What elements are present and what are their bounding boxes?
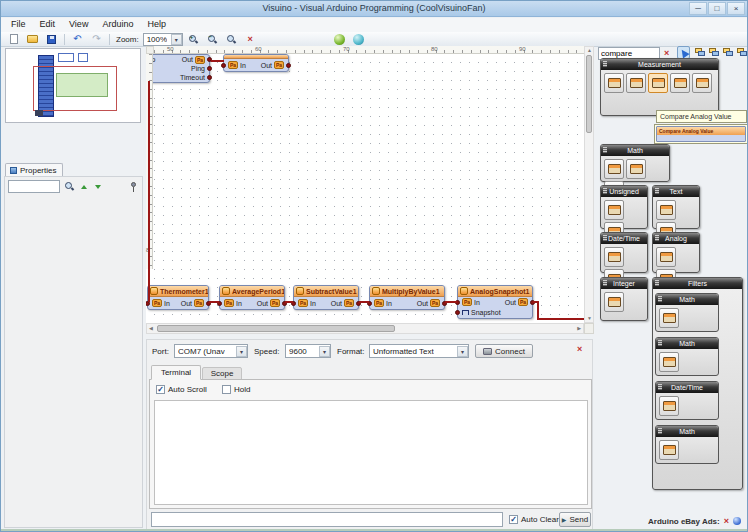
checkbox-unchecked-icon[interactable] [222, 385, 231, 394]
scroll-down-icon[interactable]: ▼ [587, 316, 592, 321]
menu-arduino[interactable]: Arduino [95, 18, 140, 32]
wire-segment[interactable] [209, 301, 219, 303]
sort-ascending-button[interactable] [77, 180, 90, 193]
component-icon[interactable] [670, 73, 690, 93]
dropdown-arrow-icon[interactable]: ▾ [236, 346, 247, 357]
terminal-output[interactable] [154, 400, 588, 505]
component-icon[interactable] [604, 292, 624, 312]
category-header[interactable]: Math [656, 426, 718, 437]
sort-descending-button[interactable] [91, 180, 104, 193]
zoom-select[interactable]: 100% ▾ [143, 33, 183, 46]
category-header[interactable]: Math [656, 338, 718, 349]
wire-segment[interactable] [537, 318, 584, 320]
scroll-up-icon[interactable]: ▲ [587, 48, 592, 53]
design-canvas[interactable]: cho Out Pa Ping Timeout Pa [146, 54, 584, 323]
block-ultrasonic-echo[interactable]: cho Out Pa Ping Timeout [146, 54, 210, 83]
category-header[interactable]: Math [656, 294, 718, 305]
block-top[interactable]: Pa In Out Pa [223, 54, 289, 72]
wire-segment[interactable] [359, 301, 369, 303]
wire-segment[interactable] [148, 81, 150, 302]
auto-scroll-checkbox[interactable]: ✓ Auto Scroll [156, 385, 207, 394]
scrollbar-thumb[interactable] [157, 325, 395, 332]
connect-button[interactable]: Connect [475, 344, 533, 358]
wire-segment[interactable] [445, 301, 457, 303]
dropdown-arrow-icon[interactable]: ▾ [171, 34, 182, 45]
block-thermometer1[interactable]: Thermometer1 PaIn OutPa [147, 285, 209, 310]
component-icon-compare-analog-value[interactable] [648, 73, 668, 93]
wire-segment[interactable] [285, 301, 293, 303]
format-select[interactable]: Unformatted Text ▾ [369, 344, 469, 358]
pin-panel-button[interactable] [127, 180, 140, 193]
undo-button[interactable]: ↶ [69, 33, 86, 46]
scroll-left-icon[interactable]: ◀ [149, 326, 153, 331]
send-input[interactable] [151, 512, 503, 527]
open-project-button[interactable] [24, 33, 41, 46]
scrollbar-thumb[interactable] [586, 55, 592, 133]
block-header[interactable]: SubtractValue1 [294, 286, 358, 297]
tab-properties[interactable]: Properties [5, 163, 63, 177]
zoom-in-button[interactable]: + [185, 33, 202, 46]
block-subtractvalue1[interactable]: SubtractValue1 PaIn OutPa [293, 285, 359, 310]
upload-button[interactable] [350, 33, 367, 46]
minimize-button[interactable]: ─ [689, 2, 707, 15]
component-icon[interactable] [659, 352, 679, 372]
component-icon[interactable] [659, 396, 679, 416]
menu-help[interactable]: Help [140, 18, 173, 32]
dropdown-arrow-icon[interactable]: ▾ [319, 346, 330, 357]
zoom-out-button[interactable]: − [204, 33, 221, 46]
port-select[interactable]: COM7 (Unav ▾ [174, 344, 248, 358]
component-icon[interactable] [659, 308, 679, 328]
category-header[interactable]: Math [601, 145, 669, 156]
canvas-vertical-scrollbar[interactable]: ▲ ▼ [584, 46, 594, 323]
panel-close-icon[interactable]: × [577, 345, 582, 354]
pin-connector[interactable] [207, 75, 212, 80]
category-header[interactable]: Filters [653, 278, 742, 289]
category-header[interactable]: Text [653, 186, 699, 197]
maximize-button[interactable]: □ [708, 2, 726, 15]
block-averageperiod1[interactable]: AveragePeriod1 PaIn OutPa [219, 285, 285, 310]
scroll-right-icon[interactable]: ▶ [577, 326, 581, 331]
category-header[interactable]: Date/Time [601, 233, 647, 244]
ads-close-icon[interactable]: × [724, 517, 729, 526]
close-button[interactable]: × [727, 2, 745, 15]
component-icon[interactable] [604, 159, 624, 179]
component-icon[interactable] [659, 440, 679, 460]
wire-segment[interactable] [211, 60, 224, 62]
component-icon[interactable] [656, 247, 676, 267]
overview-navigator[interactable] [5, 48, 141, 123]
category-header[interactable]: Unsigned [601, 186, 647, 197]
menu-file[interactable]: File [4, 18, 33, 32]
menu-view[interactable]: View [62, 18, 95, 32]
palette-view-button-3[interactable] [721, 46, 734, 59]
palette-view-button-4[interactable] [735, 46, 748, 59]
menu-edit[interactable]: Edit [33, 18, 63, 32]
component-icon[interactable] [604, 247, 624, 267]
component-icon[interactable] [626, 73, 646, 93]
pin-connector[interactable] [207, 66, 212, 71]
category-header[interactable]: Analog [653, 233, 699, 244]
block-header[interactable]: MultiplyByValue1 [370, 286, 444, 297]
checkbox-checked-icon[interactable]: ✓ [156, 385, 165, 394]
canvas-horizontal-scrollbar[interactable]: ◀ ▶ [146, 323, 584, 334]
category-header[interactable]: Integer [601, 278, 647, 289]
checkbox-checked-icon[interactable]: ✓ [509, 515, 518, 524]
block-header[interactable]: AveragePeriod1 [220, 286, 284, 297]
block-multiplybyvalue1[interactable]: MultiplyByValue1 PaIn OutPa [369, 285, 445, 310]
redo-button[interactable]: ↷ [88, 33, 105, 46]
properties-filter-input[interactable] [8, 180, 60, 193]
category-header[interactable]: Date/Time [656, 382, 718, 393]
dropdown-arrow-icon[interactable]: ▾ [457, 346, 468, 357]
properties-search-button[interactable] [63, 180, 76, 193]
new-project-button[interactable] [5, 33, 22, 46]
search-clear-icon[interactable]: × [664, 49, 669, 58]
pin-connector[interactable] [455, 310, 460, 315]
titlebar[interactable]: Visuino - Visual Arduino Programming (Co… [1, 1, 747, 17]
compile-button[interactable] [331, 33, 348, 46]
hold-checkbox[interactable]: Hold [222, 385, 250, 394]
delete-button[interactable]: × [242, 33, 259, 46]
save-project-button[interactable] [43, 33, 60, 46]
ads-link-icon[interactable] [733, 517, 741, 525]
component-icon[interactable] [604, 200, 624, 220]
send-button[interactable]: ▶ Send [559, 512, 591, 527]
category-header[interactable]: Measurement [601, 59, 718, 70]
